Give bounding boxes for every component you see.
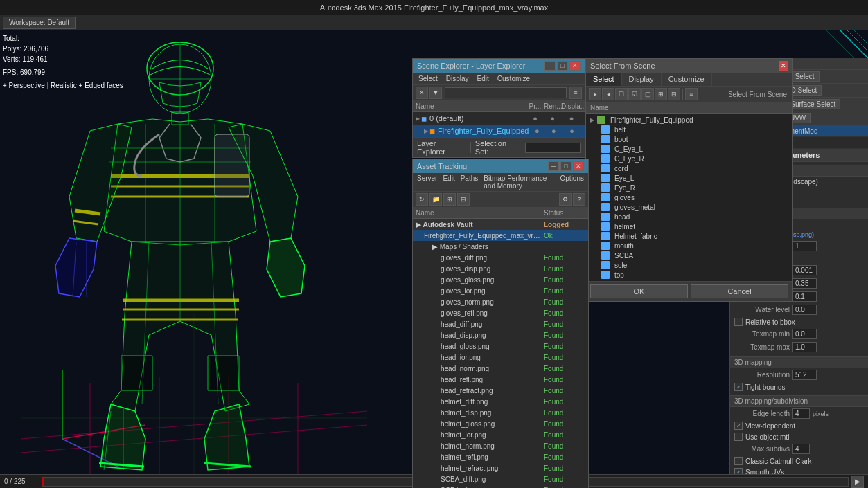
sfs-btn-6[interactable]: ⊞ <box>655 88 667 100</box>
at-close[interactable]: ✕ <box>573 161 584 171</box>
play-btn[interactable]: ▶ <box>851 476 864 488</box>
at-menu-server[interactable]: Server <box>417 174 437 190</box>
sfs-item-ceye-r[interactable]: C_Eye_R <box>587 154 791 163</box>
sfs-btn-4[interactable]: ☑ <box>628 88 641 100</box>
filter-blur-input[interactable] <box>792 265 817 275</box>
at-row[interactable]: Firefighter_Fully_Equipped_max_vray.maxO… <box>413 230 588 241</box>
at-row[interactable]: helmet_ior.pngFound <box>413 429 588 440</box>
at-row[interactable]: gloves_disp.pngFound <box>413 263 588 274</box>
texmap-min-input[interactable] <box>792 329 817 339</box>
resolution-input[interactable] <box>792 370 817 380</box>
relative-bbox-cb[interactable] <box>734 318 743 326</box>
at-menu-options[interactable]: Options <box>560 174 584 190</box>
at-row[interactable]: gloves_ior.pngFound <box>413 285 588 296</box>
sfs-item-ceye-l[interactable]: C_Eye_L <box>587 144 791 154</box>
at-row[interactable]: helmet_refl.pngFound <box>413 451 588 462</box>
at-btn-3[interactable]: ⊞ <box>443 193 456 206</box>
texture-chan-input[interactable] <box>792 241 817 251</box>
surface-select-btn[interactable]: Surface Select <box>786 99 840 109</box>
at-row[interactable]: helmet_disp.pngFound <box>413 407 588 418</box>
sfs-item-helmet[interactable]: helmet <box>587 222 791 231</box>
at-row[interactable]: head_disp.pngFound <box>413 329 588 341</box>
sfs-btn-5[interactable]: ◫ <box>641 88 654 100</box>
sfs-item-cord[interactable]: cord <box>587 163 791 173</box>
use-object-mtl-cb[interactable] <box>734 433 743 441</box>
sfs-btn-2[interactable]: ◂ <box>602 88 614 100</box>
tight-bounds-cb[interactable]: ✓ <box>734 383 743 391</box>
at-row[interactable]: gloves_refl.pngFound <box>413 307 588 318</box>
classic-catmull-cb[interactable] <box>734 457 743 465</box>
at-row[interactable]: gloves_norm.pngFound <box>413 296 588 307</box>
at-row[interactable]: SCBA_diff.pngFound <box>413 473 588 485</box>
at-row[interactable]: gloves_diff.pngFound <box>413 252 588 263</box>
texmap-max-input[interactable] <box>792 342 817 352</box>
at-row[interactable]: helmet_refract.pngFound <box>413 462 588 473</box>
se-delete-btn[interactable]: ✕ <box>416 87 428 99</box>
sfs-item-scba[interactable]: SCBA <box>587 251 791 260</box>
sfs-root-item[interactable]: ▶ Firefighter_Fully_Equipped <box>587 115 791 125</box>
max-subdivs-input[interactable] <box>792 444 810 454</box>
sfs-btn-3[interactable]: ☐ <box>615 88 628 100</box>
sfs-item-belt[interactable]: belt <box>587 125 791 134</box>
at-row[interactable]: helmet_norm.pngFound <box>413 440 588 451</box>
sfs-item-top[interactable]: top <box>587 270 791 280</box>
at-menu-bitmap[interactable]: Bitmap Performance and Memory <box>484 174 554 190</box>
sfs-tab-customize[interactable]: Customize <box>662 73 712 86</box>
amount-input[interactable] <box>792 278 817 289</box>
sfs-btn-1[interactable]: ▸ <box>589 88 601 100</box>
sfs-item-boot[interactable]: boot <box>587 134 791 144</box>
at-row[interactable]: ▶ Maps / Shaders <box>413 241 588 252</box>
sfs-item-sole[interactable]: sole <box>587 260 791 270</box>
at-row[interactable]: head_norm.pngFound <box>413 363 588 374</box>
sfs-item-gloves[interactable]: gloves <box>587 192 791 202</box>
se-selection-input[interactable] <box>525 143 581 153</box>
sfs-item-mouth[interactable]: mouth <box>587 241 791 251</box>
edge-length-input[interactable] <box>792 408 810 419</box>
at-menu-paths[interactable]: Paths <box>461 174 479 190</box>
sfs-ok-btn[interactable]: OK <box>590 284 688 298</box>
view-dependent-cb[interactable]: ✓ <box>734 422 743 430</box>
smooth-uvs-cb[interactable]: ✓ <box>734 468 743 474</box>
at-row[interactable]: SCBA_disp.pngFound <box>413 485 588 488</box>
sfs-close[interactable]: ✕ <box>779 61 788 71</box>
se-filter-btn[interactable]: ▼ <box>429 87 442 99</box>
se-toggle-btn[interactable]: ≡ <box>569 87 582 99</box>
at-restore[interactable]: □ <box>560 161 572 171</box>
at-row[interactable]: helmet_diff.pngFound <box>413 396 588 407</box>
at-minimize[interactable]: ─ <box>548 161 559 171</box>
se-row-default[interactable]: ▶ ◼ 0 (default) ● ● ● <box>413 112 585 125</box>
water-level-input[interactable] <box>792 305 817 315</box>
sfs-btn-7[interactable]: ⊟ <box>668 88 680 100</box>
at-row[interactable]: gloves_gloss.pngFound <box>413 274 588 285</box>
sfs-tab-display[interactable]: Display <box>622 73 662 86</box>
at-btn-6[interactable]: ? <box>573 193 585 206</box>
at-row[interactable]: head_ior.pngFound <box>413 352 588 363</box>
scene-explorer-minimize[interactable]: ─ <box>544 61 556 71</box>
at-btn-5[interactable]: ⚙ <box>559 193 572 206</box>
at-btn-4[interactable]: ⊟ <box>457 193 470 206</box>
at-row[interactable]: head_gloss.pngFound <box>413 341 588 352</box>
shift-input[interactable] <box>792 291 817 302</box>
sfs-item-gloves-metal[interactable]: gloves_metal <box>587 202 791 212</box>
at-btn-2[interactable]: 📁 <box>429 193 442 206</box>
sfs-tab-select[interactable]: Select <box>586 73 622 86</box>
sfs-item-head[interactable]: head <box>587 212 791 222</box>
at-menu-edit[interactable]: Edit <box>443 174 454 190</box>
sfs-item-eye-r[interactable]: Eye_R <box>587 183 791 192</box>
se-menu-display[interactable]: Display <box>445 74 470 83</box>
se-menu-select[interactable]: Select <box>417 74 439 83</box>
at-row[interactable]: head_refract.pngFound <box>413 385 588 396</box>
at-row[interactable]: helmet_gloss.pngFound <box>413 418 588 429</box>
at-row[interactable]: head_refl.pngFound <box>413 374 588 385</box>
at-row[interactable]: head_diff.pngFound <box>413 318 588 329</box>
sfs-item-helmet-fabric[interactable]: Helmet_fabric <box>587 231 791 241</box>
se-row-firefighter[interactable]: ▶ ◼ Firefighter_Fully_Equipped ● ● ● <box>413 125 585 137</box>
scene-explorer-close[interactable]: ✕ <box>569 61 581 71</box>
se-menu-edit[interactable]: Edit <box>476 74 490 83</box>
sfs-cancel-btn[interactable]: Cancel <box>691 284 788 298</box>
sfs-btn-8[interactable]: ≡ <box>685 88 698 100</box>
scene-explorer-restore[interactable]: □ <box>557 61 568 71</box>
sfs-item-eye-l[interactable]: Eye_L <box>587 173 791 183</box>
at-row[interactable]: ▶ Autodesk VaultLogged <box>413 219 588 230</box>
at-btn-1[interactable]: ↻ <box>416 193 428 206</box>
